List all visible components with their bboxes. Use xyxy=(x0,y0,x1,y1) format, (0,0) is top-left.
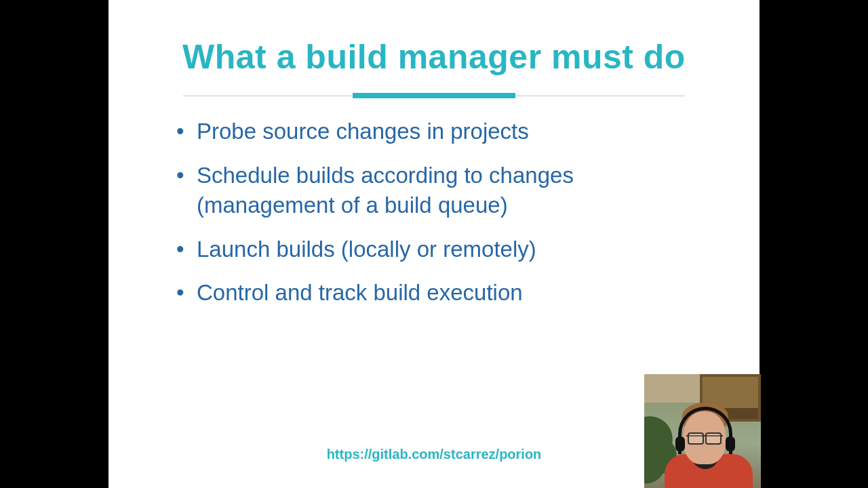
bullet-text: Control and track build execution xyxy=(197,280,523,305)
headset-ear-right xyxy=(726,436,735,451)
bullet-text: Probe source changes in projects xyxy=(197,119,529,144)
bullet-list: Probe source changes in projects Schedul… xyxy=(149,117,760,308)
headset-icon xyxy=(678,407,732,454)
list-item: Control and track build execution xyxy=(176,278,732,308)
title-divider xyxy=(183,96,685,96)
bullet-text: Launch builds (locally or remotely) xyxy=(197,237,536,262)
list-item: Probe source changes in projects xyxy=(176,117,732,147)
list-item: Schedule builds according to changes (ma… xyxy=(176,161,732,221)
slide-title: What a build manager must do xyxy=(108,37,760,77)
bullet-text: Schedule builds according to changes xyxy=(197,163,574,188)
list-item: Launch builds (locally or remotely) xyxy=(176,235,732,265)
glasses-icon xyxy=(686,435,723,446)
bullet-subtext: (management of a build queue) xyxy=(197,190,732,221)
divider-accent xyxy=(353,93,515,98)
speaker-webcam-overlay xyxy=(644,374,761,488)
headset-ear-left xyxy=(675,436,685,451)
